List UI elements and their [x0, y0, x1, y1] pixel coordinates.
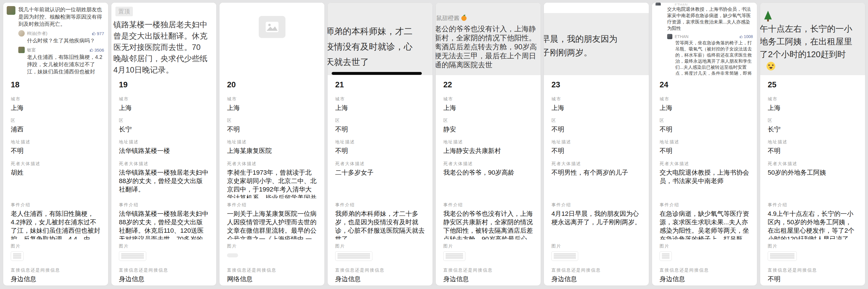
field-city: 城市 上海: [119, 92, 209, 114]
field-value-address: 上海某康复医院: [227, 147, 317, 155]
field-deceased: 死者大体描述 不明男性，有个两岁的儿子: [552, 157, 641, 198]
field-label-deceased: 死者大体描述: [335, 157, 425, 166]
cover-screenshot[interactable]: 午十点左右，长宁的一小 地务工阿姨，在出租屋里 了2个小时的120赶到时: [760, 3, 865, 75]
field-label-deceased: 死者大体描述: [11, 157, 100, 166]
field-value-city: 上海: [659, 104, 749, 112]
commenter-name: 柿油(作者): [27, 31, 92, 36]
field-district: 区 不明: [659, 114, 749, 135]
cover-screenshot[interactable]: ETHAN 交大电院退休教授，上海书协会员，书法家吴中南老师在急诊病逝，缺少氧气…: [652, 3, 757, 75]
field-value-city: 上海: [227, 104, 317, 112]
comment-text: 什么时候？生了其他疾病吗？: [27, 37, 104, 44]
attachment-thumbnail[interactable]: [768, 251, 797, 261]
cover-screenshot[interactable]: 师弟的本科师妹，才二 疫情没有及时就诊，心 天就去世了: [328, 3, 433, 75]
record-card-21[interactable]: 师弟的本科师妹，才二 疫情没有及时就诊，心 天就去世了 21 城市 上海 区 不…: [327, 2, 433, 286]
field-label-city: 城市: [11, 92, 100, 102]
field-address: 地址描述 不明: [335, 135, 425, 157]
like-count: 1008: [739, 34, 753, 39]
field-label-deceased: 死者大体描述: [768, 157, 858, 166]
field-label-deceased: 死者大体描述: [659, 157, 749, 166]
redaction-bar: [332, 72, 422, 75]
field-label-district: 区: [227, 114, 317, 123]
record-card-18[interactable]: 我几十年前就认识的一位胡姓朋友也是因为封控、核酸检测等原因没有得到及时救治而死亡…: [3, 2, 108, 286]
record-number: 20: [227, 80, 317, 89]
field-address: 地址描述 不明: [659, 135, 749, 157]
field-value-deceased: 我老公的爷爷，90岁高龄: [443, 168, 533, 177]
record-number: 19: [119, 80, 209, 89]
field-district: 区 不明: [227, 114, 317, 135]
cover-screenshot[interactable]: 早晨，我的朋友因为 子刚刚两岁。: [544, 3, 649, 75]
record-card-23[interactable]: 早晨，我的朋友因为 子刚刚两岁。 23 城市 上海 区 不明 地址描述 不明 死…: [544, 2, 649, 286]
comment-text: 苦等两天，坐在急诊角落的椅子上，打吊瓶、吸氧气（被封控的子女设法送去的，杯水车薪…: [675, 40, 753, 75]
attachment-thumbnail[interactable]: [227, 253, 238, 257]
cover-screenshot[interactable]: 置顶 镇路某楼一楼独居老夫妇中 曾是交大出版社翻译。休克 医无对接医院而去世。7…: [111, 3, 216, 75]
orange-emoji: [461, 16, 467, 21]
field-city: 城市 上海: [443, 92, 533, 114]
field-value-deceased: 李昶生于1973年，曾就读于北京史家胡同小学、北京二中、北京四中，于1992年考…: [227, 168, 317, 198]
field-value-district: 浦西: [11, 125, 100, 134]
screenshot-header-band: [544, 3, 649, 13]
field-deceased: 死者大体描述 法华镇路某楼一楼独居老夫妇中88岁的丈夫，曾经是交大出版社翻译。: [119, 157, 209, 198]
thumbs-up-icon: [739, 35, 743, 39]
field-image: 图片: [11, 240, 100, 263]
field-label-event: 事件介绍: [11, 198, 100, 208]
cover-screenshot[interactable]: 我几十年前就认识的一位胡姓朋友也是因为封控、核酸检测等原因没有得到及时救治而死亡…: [3, 3, 108, 75]
field-label-district: 区: [552, 114, 641, 123]
cover-screenshot[interactable]: [219, 3, 324, 75]
field-label-image: 图片: [227, 240, 317, 249]
field-event: 事件介绍 4月12日早晨，我的朋友因为心梗永远离开了，儿子刚刚两岁。: [552, 198, 641, 240]
field-event: 事件介绍 在急诊病逝，缺少氧气等医疗资源，哀求医生求职未果...夫人亦感染为阳性…: [659, 198, 749, 240]
pinned-tag: 置顶: [115, 7, 133, 16]
field-label-address: 地址描述: [443, 135, 533, 145]
attachment-thumbnail[interactable]: [335, 251, 372, 261]
field-label-event: 事件介绍: [659, 198, 749, 208]
field-label-district: 区: [335, 114, 425, 123]
field-value-direct: 身边信息: [659, 275, 749, 284]
cover-screenshot[interactable]: 鼠甜橙酱 老公的爷爷也没有计入，上海静 新村，全家阴的情况下他阳性。 离酒店后差…: [436, 3, 541, 75]
field-city: 城市 上海: [552, 92, 641, 114]
attachment-thumbnail[interactable]: [11, 251, 24, 261]
post-text: 镇路某楼一楼独居老夫妇中 曾是交大出版社翻译。休克 医无对接医院而去世。70 晚…: [113, 19, 216, 75]
field-direct: 直接信息还是间接信息 身边信息: [119, 263, 209, 285]
field-label-event: 事件介绍: [443, 198, 533, 208]
field-value-address: 不明: [659, 147, 749, 155]
post-text: 早晨，我的朋友因为 子刚刚两岁。: [544, 13, 649, 60]
field-city: 城市 上海: [768, 92, 858, 114]
field-value-district: 不明: [227, 125, 317, 134]
field-value-deceased: 不明男性，有个两岁的儿子: [552, 168, 641, 177]
field-value-direct: 不明: [768, 275, 858, 284]
field-label-event: 事件介绍: [119, 198, 209, 208]
record-card-24[interactable]: ETHAN 交大电院退休教授，上海书协会员，书法家吴中南老师在急诊病逝，缺少氧气…: [652, 2, 757, 286]
field-label-address: 地址描述: [11, 135, 100, 145]
field-label-event: 事件介绍: [335, 198, 425, 208]
field-address: 地址描述 上海静安去共康新村: [443, 135, 533, 157]
record-number: 24: [659, 80, 749, 89]
field-value-city: 上海: [552, 104, 641, 112]
field-label-image: 图片: [443, 240, 533, 249]
field-label-city: 城市: [659, 92, 749, 102]
attachment-thumbnail[interactable]: [443, 251, 465, 261]
tree-emoji: [764, 11, 772, 20]
attachment-thumbnail[interactable]: [659, 251, 672, 261]
post-text: 老公的爷爷也没有计入，上海静 新村，全家阴的情况下他阳性。 离酒店后差点转去方舱…: [436, 24, 541, 69]
field-label-city: 城市: [552, 92, 641, 102]
comment-text: 交大电院退休教授，上海书协会员，书法家吴中南老师在急诊病逝，缺少氧气等医疗资源，…: [667, 6, 753, 32]
record-card-20[interactable]: 20 城市 上海 区 不明 地址描述 上海某康复医院 死者大体描述 李昶生于19…: [219, 2, 325, 286]
field-label-address: 地址描述: [552, 135, 641, 145]
field-district: 区 长宁: [768, 114, 858, 135]
record-card-25[interactable]: 午十点左右，长宁的一小 地务工阿姨，在出租屋里 了2个小时的120赶到时 25 …: [760, 2, 865, 286]
image-placeholder: [259, 16, 285, 38]
field-value-city: 上海: [11, 104, 100, 112]
record-card-19[interactable]: 置顶 镇路某楼一楼独居老夫妇中 曾是交大出版社翻译。休克 医无对接医院而去世。7…: [111, 2, 217, 286]
attachment-thumbnail[interactable]: [552, 251, 578, 261]
gallery-board: 我几十年前就认识的一位胡姓朋友也是因为封控、核酸检测等原因没有得到及时救治而死亡…: [0, 0, 868, 289]
field-value-city: 上海: [768, 104, 858, 112]
field-value-deceased: 法华镇路某楼一楼独居老夫妇中88岁的丈夫，曾经是交大出版社翻译。: [119, 168, 209, 193]
record-card-22[interactable]: 鼠甜橙酱 老公的爷爷也没有计入，上海静 新村，全家阴的情况下他阳性。 离酒店后差…: [435, 2, 541, 286]
field-deceased: 死者大体描述 50岁的外地务工阿姨: [768, 157, 858, 198]
field-address: 地址描述 不明: [552, 135, 641, 157]
field-value-deceased: 二十多岁女子: [335, 168, 425, 177]
field-address: 地址描述 不明: [11, 135, 100, 157]
attachment-thumbnail[interactable]: [119, 251, 146, 261]
record-number: 21: [335, 80, 425, 89]
poster-name: 鼠甜橙酱: [436, 14, 541, 22]
